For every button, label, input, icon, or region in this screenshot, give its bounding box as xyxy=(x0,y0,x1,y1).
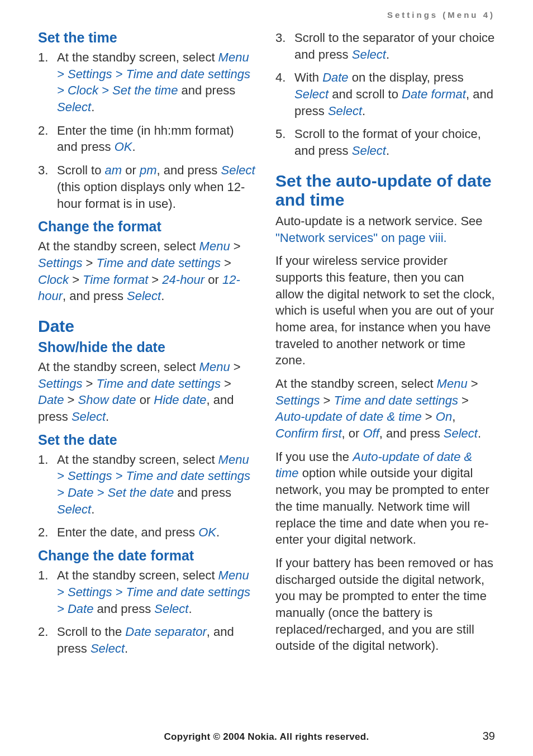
t: At the standby screen, select xyxy=(38,360,199,374)
t: At the standby screen, select xyxy=(57,50,218,64)
list-number: 2. xyxy=(38,122,57,155)
key-confirm-first: Confirm first xyxy=(275,426,342,440)
show-hide-body: At the standby screen, select Menu > Set… xyxy=(38,359,258,425)
copyright-footer: Copyright © 2004 Nokia. All rights reser… xyxy=(0,731,533,743)
t: > xyxy=(221,256,231,270)
t: > xyxy=(230,360,241,374)
t: . xyxy=(132,140,136,154)
key-time-date-settings: Time and date settings xyxy=(334,393,458,407)
list-item: 2. Enter the date, and press OK. xyxy=(38,524,258,541)
auto-p1: Auto-update is a network service. See "N… xyxy=(275,213,495,246)
key-select: Select xyxy=(57,100,91,114)
t: Scroll to the separator of your choice a… xyxy=(294,31,494,61)
key-date: Date xyxy=(322,70,348,84)
t: , and press xyxy=(157,163,221,177)
list-number: 2. xyxy=(38,524,57,541)
key-select: Select xyxy=(57,502,91,516)
t: . xyxy=(188,602,192,616)
key-select: Select xyxy=(221,163,255,177)
t: on the display, press xyxy=(349,70,464,84)
t: , and press xyxy=(379,426,444,440)
t: and press xyxy=(178,83,235,97)
list-text: Enter the time (in hh:mm format) and pre… xyxy=(57,122,258,155)
list-number: 1. xyxy=(38,49,57,116)
list-item: 1. At the standby screen, select Menu > … xyxy=(38,49,258,116)
t: > xyxy=(69,273,83,287)
key-select: Select xyxy=(127,289,161,303)
t: (this option displays only when 12-hour … xyxy=(57,180,245,211)
heading-change-format: Change the format xyxy=(38,218,258,235)
heading-set-the-time: Set the time xyxy=(38,30,258,46)
t: option while outside your digital networ… xyxy=(275,466,489,546)
key-menu: Menu xyxy=(199,239,230,253)
list-text: Scroll to am or pm, and press Select (th… xyxy=(57,162,258,212)
two-column-layout: Set the time 1. At the standby screen, s… xyxy=(38,26,495,664)
key-off: Off xyxy=(363,426,379,440)
list-text: Enter the date, and press OK. xyxy=(57,524,220,541)
t: . xyxy=(106,410,109,424)
key-clock: Clock xyxy=(38,273,69,287)
list-item: 4. With Date on the display, press Selec… xyxy=(275,69,495,119)
list-item: 3. Scroll to the separator of your choic… xyxy=(275,30,495,63)
change-date-format-cont-list: 3. Scroll to the separator of your choic… xyxy=(275,30,495,159)
list-text: At the standby screen, select Menu > Set… xyxy=(57,567,258,617)
list-item: 3. Scroll to am or pm, and press Select … xyxy=(38,162,258,212)
list-number: 3. xyxy=(275,30,294,63)
t: and scroll to xyxy=(329,87,402,101)
key-date-separator: Date separator xyxy=(125,625,207,639)
right-column: 3. Scroll to the separator of your choic… xyxy=(275,26,495,664)
key-menu: Menu xyxy=(199,360,230,374)
list-item: 2. Scroll to the Date separator, and pre… xyxy=(38,624,258,657)
t: . xyxy=(478,426,481,440)
running-head: Settings (Menu 4) xyxy=(38,10,495,20)
page-number: 39 xyxy=(483,730,495,743)
link-network-services[interactable]: "Network services" on page viii. xyxy=(275,231,447,245)
t: . xyxy=(125,641,128,655)
heading-set-the-date: Set the date xyxy=(38,432,258,448)
t: Enter the date, and press xyxy=(57,525,198,539)
t: > xyxy=(230,239,241,253)
t: > xyxy=(422,410,436,424)
t: . xyxy=(91,100,94,114)
key-ok: OK xyxy=(115,140,132,154)
heading-auto-update: Set the auto-update of date and time xyxy=(275,172,495,210)
key-select: Select xyxy=(352,144,386,158)
t: or xyxy=(204,273,222,287)
t: At the standby screen, select xyxy=(38,239,199,253)
auto-p2: If your wireless service provider suppor… xyxy=(275,253,495,369)
key-settings: Settings xyxy=(38,256,83,270)
key-menu: Menu xyxy=(437,377,468,391)
t: . xyxy=(161,289,164,303)
key-select: Select xyxy=(328,104,362,118)
page: Settings (Menu 4) Set the time 1. At the… xyxy=(0,0,533,664)
change-format-body: At the standby screen, select Menu > Set… xyxy=(38,238,258,305)
t: > xyxy=(83,377,97,391)
list-text: With Date on the display, press Select a… xyxy=(294,69,495,119)
key-time-date-settings: Time and date settings xyxy=(97,256,221,270)
key-select: Select xyxy=(444,426,478,440)
t: > xyxy=(64,393,78,407)
t: > xyxy=(320,393,334,407)
t: . xyxy=(386,144,389,158)
t: . xyxy=(386,47,389,61)
list-number: 1. xyxy=(38,451,57,518)
key-hide-date: Hide date xyxy=(154,393,206,407)
list-text: Scroll to the Date separator, and press … xyxy=(57,624,258,657)
key-settings: Settings xyxy=(275,393,320,407)
t: With xyxy=(294,70,322,84)
auto-p5: If your battery has been removed or has … xyxy=(275,555,495,654)
change-date-format-list: 1. At the standby screen, select Menu > … xyxy=(38,567,258,657)
t: At the standby screen, select xyxy=(275,377,437,391)
key-settings: Settings xyxy=(38,377,83,391)
list-item: 2. Enter the time (in hh:mm format) and … xyxy=(38,122,258,155)
t: or xyxy=(122,163,140,177)
left-column: Set the time 1. At the standby screen, s… xyxy=(38,26,258,664)
list-text: Scroll to the separator of your choice a… xyxy=(294,30,495,63)
t: Enter the time (in hh:mm format) and pre… xyxy=(57,123,234,154)
t: Scroll to the xyxy=(57,625,125,639)
t: At the standby screen, select xyxy=(57,453,218,467)
key-auto-update: Auto-update of date & time xyxy=(275,410,422,424)
key-24-hour: 24-hour xyxy=(162,273,204,287)
key-on: On xyxy=(436,410,452,424)
t: , and press xyxy=(63,289,127,303)
